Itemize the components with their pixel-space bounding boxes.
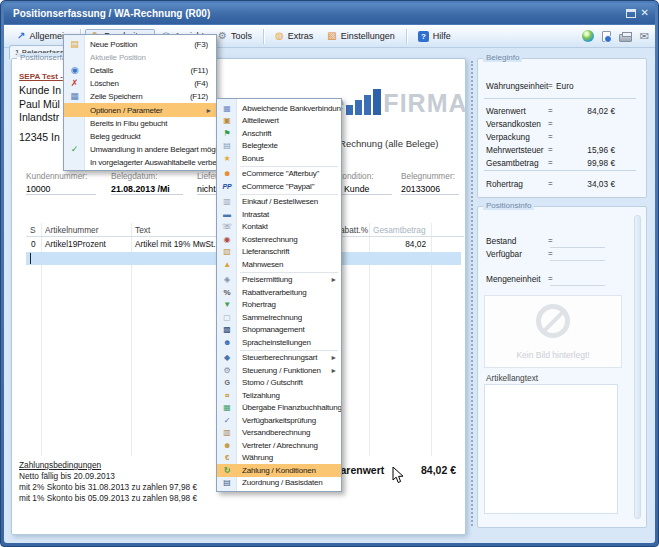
availability-icon: ✓: [217, 416, 237, 425]
row-label: Bestand: [486, 236, 516, 246]
zahlungsbedingungen-link[interactable]: Zahlungsbedingungen: [19, 460, 197, 471]
menu-item-zahlung-konditionen[interactable]: ↻Zahlung / Konditionen: [217, 464, 341, 477]
menu-separator: [240, 350, 338, 351]
menu-item-in-vorgelagerter[interactable]: In vorgelagerter Auswahltabelle verberge…: [64, 156, 216, 169]
tools-gear-icon: ⚙: [218, 31, 227, 41]
toolbar-separator: [406, 29, 407, 44]
sepa-test-link[interactable]: SEPA Test -: [19, 72, 63, 81]
group-label-positionsinfo: Positionsinfo: [483, 201, 534, 210]
web-globe-icon[interactable]: [582, 30, 594, 42]
customer-name: Kunde In: [19, 84, 61, 96]
toolbar-separator: [263, 29, 264, 44]
menu-item-vertreter-abrechnung[interactable]: ☻Vertreter / Abrechnung: [217, 439, 341, 452]
logo-name: FIRMA: [383, 91, 467, 115]
menu-item-altteilewert[interactable]: ▣Altteilewert: [217, 115, 341, 128]
menu-item-rohertrag[interactable]: ▼Rohertrag: [217, 299, 341, 312]
menu-item-einkauf-bestellwesen[interactable]: ▥Einkauf / Bestellwesen: [217, 196, 341, 209]
menu-item-umwandlung[interactable]: ✓Umwandlung in andere Belegart möglich: [64, 143, 216, 156]
email-icon[interactable]: ✉: [640, 31, 649, 42]
field-belegnummer: Belegnummer: 20133006: [401, 171, 459, 195]
row-value: Euro: [556, 81, 574, 91]
menu-item-bereits-in-fibu[interactable]: Bereits in Fibu gebucht: [64, 117, 216, 130]
menu-item-verfuegbarkeitspruefung[interactable]: ✓Verfügbarkeitsprüfung: [217, 414, 341, 427]
menu-item-storno-gutschrift[interactable]: GStorno / Gutschrift: [217, 377, 341, 390]
belegdatum-value[interactable]: 21.08.2013 /Mi: [111, 184, 183, 195]
menu-item-steuerberechnungsart[interactable]: ◆Steuerberechnungsart►: [217, 352, 341, 365]
menu-item-details[interactable]: ◉Details(F11): [64, 64, 216, 77]
delivery-address-icon: ▧: [217, 247, 237, 256]
logo-bar-icon: [355, 100, 362, 115]
menu-item-intrastat[interactable]: ▬Intrastat: [217, 208, 341, 221]
menu-item-ecommerce-paypal[interactable]: PPeCommerce "Paypal": [217, 180, 341, 193]
delete-icon: ✗: [64, 79, 85, 88]
menu-item-spracheinstellungen[interactable]: ☻Spracheinstellungen: [217, 336, 341, 349]
paypal-icon: PP: [217, 182, 237, 191]
row-label: Versandkosten: [486, 119, 541, 129]
menu-item-rabattverarbeitung[interactable]: %Rabattverarbeitung: [217, 286, 341, 299]
vertical-scrollbar[interactable]: [634, 215, 641, 519]
menu-item-neue-position[interactable]: ▤Neue Position(F3): [64, 38, 216, 51]
menu-item-kostenrechnung[interactable]: ◉Kostenrechnung: [217, 233, 341, 246]
menu-item-sammelrechnung[interactable]: ▢Sammelrechnung: [217, 311, 341, 324]
menu-item-uebergabe-finanzbuchhaltung[interactable]: ▦Übergabe Finanzbuchhaltung: [217, 402, 341, 415]
flag-icon: ⚑: [217, 129, 237, 138]
menu-item-mahnwesen[interactable]: ▲Mahnwesen: [217, 258, 341, 271]
menu-item-kontakt[interactable]: ☏Kontakt: [217, 221, 341, 234]
column-header-s[interactable]: S: [30, 225, 36, 235]
menu-item-steuerung-funktionen[interactable]: ⚙Steuerung / Funktionen►: [217, 364, 341, 377]
menu-item-preisermittlung[interactable]: ◈Preisermittlung►: [217, 274, 341, 287]
menu-item-anschrift[interactable]: ⚑Anschrift: [217, 127, 341, 140]
collective-invoice-icon: ▢: [217, 313, 237, 322]
fibu-transfer-icon: ▦: [217, 403, 237, 412]
menu-item-abweichende-bankverbindung[interactable]: ▦Abweichende Bankverbindung: [217, 102, 341, 115]
column-header-artikelnummer[interactable]: Artikelnummer: [45, 225, 98, 235]
menu-item-loeschen[interactable]: ✗Löschen(F4): [64, 77, 216, 90]
menu-item-waehrung[interactable]: €Währung: [217, 452, 341, 465]
menu-item-versandberechnung[interactable]: ▥Versandberechnung: [217, 427, 341, 440]
column-header-gesamtbetrag[interactable]: Gesamtbetrag: [373, 225, 426, 235]
menu-separator: [240, 194, 338, 195]
restore-icon[interactable]: [626, 9, 636, 18]
document-export-icon[interactable]: [602, 31, 611, 42]
menu-item-zuordnung-basisdaten[interactable]: ▤Zuordnung / Basisdaten: [217, 477, 341, 490]
menu-item-lieferanschrift[interactable]: ▧Lieferanschrift: [217, 246, 341, 259]
extras-icon: ◍: [275, 31, 284, 41]
menu-item-aktuelle-position: Aktuelle Position: [64, 51, 216, 64]
article-image-placeholder: Kein Bild hinterlegt!: [484, 295, 622, 368]
bearbeiten-dropdown-menu: ▤Neue Position(F3) Aktuelle Position ◉De…: [63, 34, 217, 171]
column-header-text[interactable]: Text: [135, 225, 150, 235]
menu-hilfe[interactable]: ? Hilfe: [411, 29, 458, 44]
menu-extras[interactable]: ◍ Extras: [268, 29, 320, 43]
payment-terms: Zahlungsbedingungen Netto fällig bis 20.…: [19, 460, 197, 504]
close-icon[interactable]: ✕: [641, 7, 649, 19]
menu-item-shopmanagement[interactable]: ▩Shopmanagement: [217, 324, 341, 337]
row-label: Währungseinheit: [486, 81, 548, 91]
row-value: 15,96 €: [587, 145, 615, 155]
menu-item-bonus[interactable]: ★Bonus: [217, 152, 341, 165]
artikellangtext-box[interactable]: [484, 384, 618, 514]
menu-item-beleg-gedruckt[interactable]: Beleg gedruckt: [64, 130, 216, 143]
tax-calc-icon: ◆: [217, 353, 237, 362]
menu-item-optionen-parameter[interactable]: Optionen / Parameter►: [64, 103, 216, 116]
kundennummer-value[interactable]: 10000: [26, 184, 96, 195]
menu-item-teilzahlung[interactable]: ¤Teilzahlung: [217, 389, 341, 402]
printer-icon[interactable]: [619, 34, 632, 42]
menu-item-ecommerce-afterbuy[interactable]: ☻eCommerce "Afterbuy": [217, 168, 341, 181]
assignment-icon: ▤: [217, 478, 237, 487]
menu-einstellungen[interactable]: ▧ Einstellungen: [320, 29, 402, 43]
payment-line: Netto fällig bis 20.09.2013: [19, 471, 197, 482]
customer-city: 12345 In: [19, 131, 60, 143]
payment-line: mit 1% Skonto bis 05.09.2013 zu zahlen 9…: [19, 493, 197, 504]
row-label: Rohertrag: [486, 179, 523, 189]
panel-splitter[interactable]: [471, 61, 473, 526]
artikellangtext-label: Artikellangtext: [486, 373, 538, 383]
settings-icon: ▧: [327, 31, 336, 41]
help-icon: ?: [418, 31, 429, 42]
menu-item-zeile-speichern[interactable]: ▦Zeile Speichern(F12): [64, 90, 216, 103]
check-icon: ✓: [64, 145, 85, 154]
no-image-icon: [536, 304, 570, 338]
menu-item-belegtexte[interactable]: ▤Belegtexte: [217, 140, 341, 153]
menu-tools[interactable]: ⚙ Tools: [211, 29, 259, 43]
belegnummer-value[interactable]: 20133006: [401, 184, 459, 195]
menu-separator: [240, 272, 338, 273]
